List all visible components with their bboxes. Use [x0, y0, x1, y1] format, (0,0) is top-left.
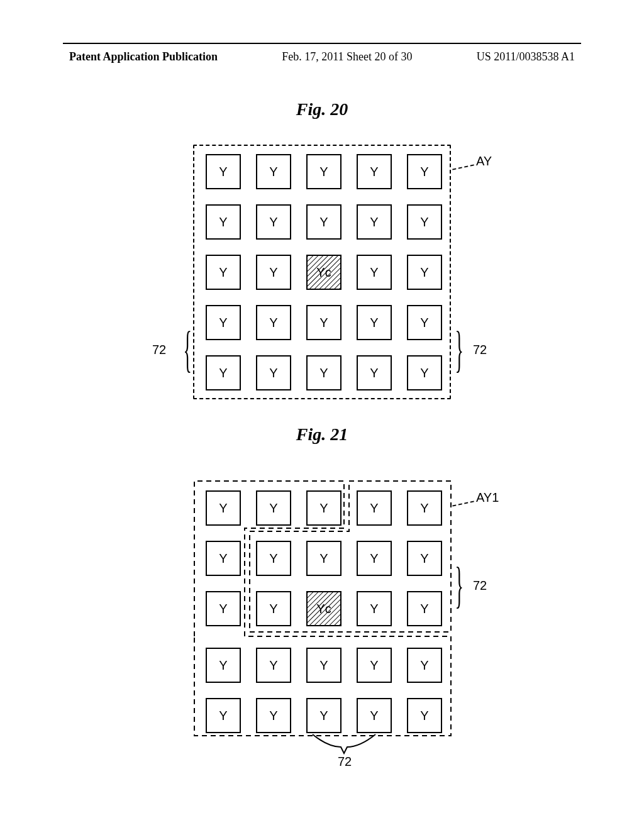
- grid-cell: Y: [206, 698, 241, 733]
- brace-icon: {: [183, 324, 191, 374]
- label-72-right: 72: [473, 343, 487, 357]
- grid-cell: Y: [357, 305, 392, 340]
- grid-cell: Y: [357, 591, 392, 626]
- header-rule: [63, 43, 581, 44]
- grid-cell: Y: [306, 490, 341, 526]
- grid-cell: Y: [206, 154, 241, 189]
- grid-cell: Y: [256, 648, 291, 683]
- grid-cell: Y: [407, 591, 442, 626]
- figure-21: Y Y Y Y Y Y Y Y Y Y Y Y Yc Y Y Y Y Y Y Y…: [187, 478, 457, 748]
- grid-cell: Y: [407, 255, 442, 290]
- grid-cell: Y: [407, 305, 442, 340]
- page-header: Patent Application Publication Feb. 17, …: [0, 50, 644, 64]
- grid-cell: Y: [256, 154, 291, 189]
- header-left: Patent Application Publication: [69, 50, 218, 64]
- grid-cell: Y: [357, 541, 392, 576]
- grid-cell: Y: [206, 591, 241, 626]
- grid-cell: Y: [357, 204, 392, 240]
- grid-cell: Y: [306, 305, 341, 340]
- grid-cell: Y: [206, 204, 241, 240]
- leader-line-icon: [452, 164, 474, 170]
- grid-cell: Y: [407, 204, 442, 240]
- grid-cell: Y: [256, 204, 291, 240]
- grid-cell: Y: [407, 154, 442, 189]
- grid-cell: Y: [256, 698, 291, 733]
- figure-20-title: Fig. 20: [0, 99, 644, 119]
- header-right: US 2011/0038538 A1: [477, 50, 575, 64]
- grid-cell: Y: [407, 648, 442, 683]
- label-ay1: AY1: [476, 490, 499, 505]
- grid-cell: Y: [206, 355, 241, 390]
- grid-cell: Y: [206, 490, 241, 526]
- grid-cell: Y: [357, 698, 392, 733]
- grid-cell: Y: [357, 490, 392, 526]
- grid-cell: Y: [206, 255, 241, 290]
- label-72-bottom: 72: [338, 755, 352, 769]
- grid-cell: Y: [357, 355, 392, 390]
- grid-cell: Y: [256, 490, 291, 526]
- grid-cell-center: Yc: [306, 255, 341, 290]
- label-72-right: 72: [473, 578, 487, 593]
- grid-cell: Y: [357, 154, 392, 189]
- grid-cell: Y: [206, 305, 241, 340]
- figure-21-title: Fig. 21: [0, 424, 644, 445]
- grid-cell: Y: [357, 648, 392, 683]
- grid-cell: Y: [256, 355, 291, 390]
- grid-cell: Y: [407, 698, 442, 733]
- grid-cell-center: Yc: [306, 591, 341, 626]
- header-center: Feb. 17, 2011 Sheet 20 of 30: [282, 50, 412, 64]
- brace-icon: }: [455, 560, 463, 610]
- grid-cell: Y: [407, 355, 442, 390]
- grid-cell: Y: [256, 541, 291, 576]
- grid-cell: Y: [206, 541, 241, 576]
- grid-cell: Y: [256, 591, 291, 626]
- grid-cell: Y: [407, 490, 442, 526]
- grid-cell: Y: [306, 154, 341, 189]
- grid-cell: Y: [357, 255, 392, 290]
- brace-icon: }: [455, 324, 463, 374]
- grid-cell: Y: [306, 541, 341, 576]
- grid-cell: Y: [256, 255, 291, 290]
- grid-cell: Y: [306, 355, 341, 390]
- label-ay: AY: [476, 154, 492, 169]
- label-72-left: 72: [152, 343, 166, 357]
- grid-cell: Y: [407, 541, 442, 576]
- grid-cell: Y: [306, 204, 341, 240]
- brace-down-icon: [313, 734, 375, 753]
- figure-20: Y Y Y Y Y Y Y Y Y Y Y Y Yc Y Y Y Y Y Y Y…: [187, 141, 457, 402]
- grid-cell: Y: [206, 648, 241, 683]
- grid-cell: Y: [256, 305, 291, 340]
- grid-cell: Y: [306, 698, 341, 733]
- grid-cell: Y: [306, 648, 341, 683]
